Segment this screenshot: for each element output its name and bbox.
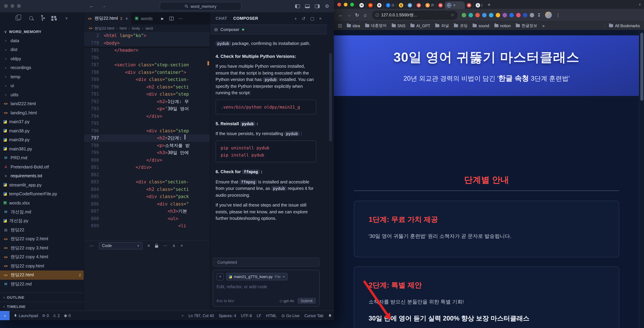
breadcrumbs[interactable]: <> ›랜딩22.html›html›body›secti: [84, 25, 210, 32]
remote-indicator[interactable]: ›‹: [0, 311, 10, 320]
tab-close-icon[interactable]: ×: [453, 3, 456, 7]
workspace-search-box[interactable]: word_memory: [160, 2, 242, 11]
breadcrumb-item[interactable]: html: [120, 26, 127, 30]
tab-chat[interactable]: CHAT: [216, 16, 227, 21]
file-tree-item[interactable]: › recordings: [0, 63, 84, 72]
bookmark-folder[interactable]: sound: [473, 24, 489, 28]
file-tree-item[interactable]: › dist: [0, 45, 84, 54]
composer-input[interactable]: + main21_gTTS_koen.py File × Edit, refac…: [213, 270, 320, 306]
bookmark-folder[interactable]: 대충영어: [365, 23, 386, 28]
file-tree-item[interactable]: › streamlit_app.py: [0, 180, 84, 189]
eol[interactable]: LF: [257, 313, 261, 318]
toggle-sidebar-icon[interactable]: [295, 4, 300, 8]
split-editor-icon[interactable]: [169, 17, 174, 20]
extension-icon[interactable]: [502, 13, 507, 17]
file-tree-item[interactable]: › main37.py: [0, 117, 84, 126]
minimize-window-button[interactable]: [344, 3, 348, 6]
file-tree-item[interactable]: › main39.py: [0, 135, 84, 144]
bookmark-folder[interactable]: 코딩: [454, 23, 468, 28]
zoom-indicator[interactable]: ⌕: [182, 313, 184, 318]
errors-item[interactable]: ⊘0: [42, 313, 49, 318]
file-tree-item[interactable]: › ui: [0, 81, 84, 90]
explorer-icon[interactable]: [16, 16, 20, 21]
chat-scrollbar[interactable]: [327, 12, 334, 311]
file-tree-item[interactable]: › 랜딩22 copy 2.html: [0, 234, 84, 243]
composer-conversation[interactable]: pydub package, confirming its installati…: [210, 34, 322, 258]
file-tree-item[interactable]: › utils: [0, 90, 84, 99]
browser-tab[interactable]: 파: [436, 1, 445, 9]
outline-section[interactable]: › OUTLINE: [0, 293, 84, 302]
editor-tab[interactable]: words: [132, 12, 156, 25]
search-icon[interactable]: [29, 16, 33, 20]
browser-tab[interactable]: W: [357, 1, 366, 9]
output-channel-select[interactable]: Code ∨: [99, 242, 142, 249]
settings-gear-icon[interactable]: ⚙: [325, 4, 329, 9]
timeline-section[interactable]: › TIMELINE: [0, 302, 84, 311]
maximize-panel-icon[interactable]: ∧: [172, 243, 176, 248]
browser-tab[interactable]: 5 (5: [423, 1, 436, 9]
minimize-window-button[interactable]: [10, 4, 14, 8]
site-info-icon[interactable]: ⓘ: [376, 13, 379, 18]
file-tree-item[interactable]: › Pretendard-Bold.otf: [0, 162, 84, 171]
bookmark-folder[interactable]: idea: [347, 24, 360, 28]
extensions-icon[interactable]: [52, 16, 54, 18]
bookmark-folder[interactable]: 한글정보: [516, 23, 537, 28]
nav-back-icon[interactable]: ←: [89, 3, 94, 9]
browser-tab[interactable]: 퍼: [464, 1, 473, 9]
extension-icon[interactable]: [516, 13, 520, 17]
add-context-button[interactable]: +: [216, 273, 224, 280]
file-tree-item[interactable]: › 랜딩22 copy.html: [0, 261, 84, 270]
file-tree-item[interactable]: › landing1.html: [0, 108, 84, 117]
extension-icon[interactable]: [496, 13, 500, 17]
file-tree-item[interactable]: › words.xlsx: [0, 198, 84, 207]
extension-icon[interactable]: [523, 13, 527, 17]
forward-button[interactable]: →: [345, 12, 353, 18]
browser-tab[interactable]: 명: [414, 1, 423, 9]
browser-tab[interactable]: 장: [396, 1, 405, 9]
zoom-window-button[interactable]: [350, 3, 354, 6]
back-button[interactable]: ←: [336, 12, 345, 18]
history-icon[interactable]: ↺: [302, 16, 305, 21]
editor-tab-active[interactable]: 랜딩22.html 2 ×: [84, 12, 132, 25]
bookmark-star-icon[interactable]: ☆: [450, 13, 454, 17]
file-tree-item[interactable]: › main381.py: [0, 144, 84, 153]
close-window-button[interactable]: [337, 3, 341, 6]
run-file-icon[interactable]: ▶: [161, 17, 164, 20]
breadcrumb-item[interactable]: 랜딩22.html: [94, 26, 114, 31]
context-file-chip[interactable]: main21_gTTS_koen.py File ×: [226, 273, 288, 280]
file-tree-item[interactable]: › main38.py: [0, 126, 84, 135]
refresh-button[interactable]: ↻: [353, 12, 361, 18]
file-tree-item[interactable]: › temp: [0, 72, 84, 81]
file-tree-item[interactable]: › oldpy: [0, 54, 84, 63]
language-mode[interactable]: HTML: [266, 313, 277, 318]
profile-avatar[interactable]: [545, 12, 552, 18]
nav-forward-icon[interactable]: →: [101, 3, 106, 9]
bookmarks-overflow-icon[interactable]: »: [542, 23, 544, 28]
file-tree-item[interactable]: › 랜딩22 copy 4.html: [0, 252, 84, 261]
file-tree-item[interactable]: › PRD.md: [0, 153, 84, 162]
address-bar[interactable]: ⓘ 127.0.0.1:5500/랜... ☆: [372, 10, 458, 20]
ports-item[interactable]: ◉0: [64, 313, 71, 318]
clear-output-icon[interactable]: ≡: [148, 243, 150, 248]
warnings-item[interactable]: ⚠2: [53, 313, 60, 318]
tab-search-chevron-icon[interactable]: ∨: [639, 3, 641, 6]
close-panel-icon[interactable]: ×: [180, 243, 183, 248]
new-tab-button[interactable]: +: [488, 2, 491, 7]
launchpad-item[interactable]: Launchpad: [14, 313, 38, 318]
encoding[interactable]: UTF-8: [241, 313, 252, 318]
breadcrumb-item[interactable]: body: [132, 26, 140, 30]
scrollbar-thumb[interactable]: [640, 33, 643, 101]
browser-tab[interactable]: 후: [375, 1, 384, 9]
browser-tab[interactable]: E (: [473, 1, 484, 9]
more-actions-icon[interactable]: ⋯: [178, 16, 183, 21]
close-window-button[interactable]: [4, 4, 8, 8]
breadcrumb-item[interactable]: secti: [145, 26, 153, 30]
file-tree-item[interactable]: › 랜딩22 copy 3.html: [0, 243, 84, 252]
model-selector[interactable]: ◇ gpt-4o: [280, 298, 294, 303]
extension-icon[interactable]: [468, 13, 473, 17]
bookmark-folder[interactable]: SNS: [392, 24, 406, 28]
file-tree-item[interactable]: › 랜딩22: [0, 225, 84, 234]
more-views-chevron-icon[interactable]: ∨: [65, 16, 68, 20]
bookmark-folder[interactable]: AI_GPT: [410, 24, 430, 28]
menu-kebab-icon[interactable]: ⋮: [556, 13, 560, 18]
